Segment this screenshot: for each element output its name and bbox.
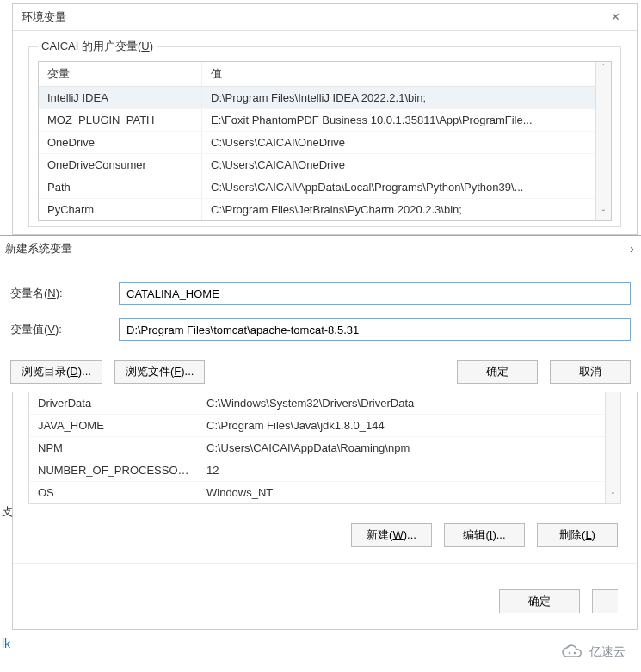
cell-val: C:\Users\CAICAI\OneDrive — [202, 154, 595, 176]
cell-val: Windows_NT — [198, 482, 605, 503]
var-value-input[interactable] — [119, 318, 631, 341]
cell-var: PyCharm — [39, 199, 202, 220]
table-row[interactable]: MOZ_PLUGIN_PATH E:\Foxit PhantomPDF Busi… — [39, 109, 595, 132]
scroll-down-icon[interactable]: ˇ — [612, 490, 614, 503]
cell-val: D:\Program Files\IntelliJ IDEA 2022.2.1\… — [202, 87, 595, 108]
cell-var: Path — [39, 176, 202, 198]
row-var-value: 变量值(V): — [0, 308, 641, 344]
env-vars-window: 环境变量 × CAICAI 的用户变量(U) 变量 值 IntelliJ IDE… — [12, 3, 638, 235]
col-header-variable[interactable]: 变量 — [39, 62, 202, 86]
titlebar: 环境变量 × — [13, 4, 637, 31]
cell-var: MOZ_PLUGIN_PATH — [39, 109, 202, 131]
cell-val: C:\Program Files\Java\jdk1.8.0_144 — [198, 415, 605, 436]
cell-var: DriverData — [29, 392, 198, 414]
dialog-button-row: 浏览目录(D)... 浏览文件(F)... 确定 取消 — [0, 344, 641, 392]
scroll-down-icon[interactable]: ˇ — [602, 207, 605, 220]
table-row[interactable]: NUMBER_OF_PROCESSORS 12 — [29, 459, 605, 482]
table-row[interactable]: OneDrive C:\Users\CAICAI\OneDrive — [39, 132, 595, 154]
cell-val: C:\Windows\System32\Drivers\DriverData — [198, 392, 605, 414]
user-vars-fieldset: CAICAI 的用户变量(U) 变量 值 IntelliJ IDEA D:\Pr… — [28, 46, 621, 227]
table-header: 变量 值 — [39, 62, 595, 87]
chevron-right-icon[interactable]: › — [630, 242, 634, 256]
cell-var: JAVA_HOME — [29, 415, 198, 436]
cell-val: C:\Users\CAICAI\OneDrive — [202, 132, 595, 153]
table-row[interactable]: IntelliJ IDEA D:\Program Files\IntelliJ … — [39, 87, 595, 109]
ok-button[interactable]: 确定 — [457, 360, 538, 384]
final-partial-button[interactable] — [592, 589, 618, 613]
dialog-title: 新建系统变量 — [5, 241, 72, 256]
label-var-value: 变量值(V): — [10, 322, 119, 337]
cell-val: C:\Program Files\JetBrains\PyCharm 2020.… — [202, 199, 595, 220]
table-row[interactable]: OneDriveConsumer C:\Users\CAICAI\OneDriv… — [39, 154, 595, 176]
cell-var: IntelliJ IDEA — [39, 87, 202, 108]
var-name-input[interactable] — [119, 282, 631, 305]
dialog-titlebar: 新建系统变量 › — [0, 236, 641, 260]
system-vars-table[interactable]: DriverData C:\Windows\System32\Drivers\D… — [28, 392, 621, 504]
browse-file-button[interactable]: 浏览文件(F)... — [114, 360, 205, 384]
cancel-button[interactable]: 取消 — [550, 360, 631, 384]
cell-var: OneDrive — [39, 132, 202, 153]
delete-button[interactable]: 删除(L) — [537, 523, 618, 547]
cell-val: 12 — [198, 459, 605, 481]
table-row[interactable]: Path C:\Users\CAICAI\AppData\Local\Progr… — [39, 176, 595, 199]
cell-var: NPM — [29, 437, 198, 459]
close-icon[interactable]: × — [603, 9, 628, 25]
cell-var: OneDriveConsumer — [39, 154, 202, 176]
label-var-name: 变量名(N): — [10, 286, 119, 301]
new-button[interactable]: 新建(W)... — [351, 523, 432, 547]
user-vars-legend: CAICAI 的用户变量(U) — [38, 39, 157, 54]
cell-val: C:\Users\CAICAI\AppData\Local\Programs\P… — [202, 176, 595, 198]
table-row[interactable]: JAVA_HOME C:\Program Files\Java\jdk1.8.0… — [29, 415, 605, 437]
table-row[interactable]: DriverData C:\Windows\System32\Drivers\D… — [29, 392, 605, 415]
side-fragment: 攴 — [2, 504, 13, 520]
cell-var: NUMBER_OF_PROCESSORS — [29, 459, 198, 481]
table-row[interactable]: NPM C:\Users\CAICAI\AppData\Roaming\npm — [29, 437, 605, 459]
window-title: 环境变量 — [22, 9, 66, 25]
final-buttons: 确定 — [13, 563, 637, 626]
cell-var: OS — [29, 482, 198, 503]
table-row[interactable]: PyCharm C:\Program Files\JetBrains\PyCha… — [39, 199, 595, 220]
cell-val: C:\Users\CAICAI\AppData\Roaming\npm — [198, 437, 605, 459]
scrollbar[interactable]: ˇ — [605, 392, 620, 503]
browse-dir-button[interactable]: 浏览目录(D)... — [10, 360, 102, 384]
col-header-value[interactable]: 值 — [202, 62, 595, 86]
row-var-name: 变量名(N): — [0, 275, 641, 308]
scrollbar[interactable]: ˆ ˇ — [595, 62, 611, 220]
cell-val: E:\Foxit PhantomPDF Business 10.0.1.3581… — [202, 109, 595, 131]
new-system-var-dialog: 新建系统变量 › 变量名(N): 变量值(V): 浏览目录(D)... 浏览文件… — [0, 235, 641, 392]
user-vars-table[interactable]: 变量 值 IntelliJ IDEA D:\Program Files\Inte… — [38, 61, 612, 221]
scroll-up-icon[interactable]: ˆ — [602, 62, 605, 75]
table-row[interactable]: OS Windows_NT — [29, 482, 605, 503]
system-vars-buttons: 新建(W)... 编辑(I)... 删除(L) — [13, 504, 637, 556]
final-ok-button[interactable]: 确定 — [499, 589, 580, 613]
edit-button[interactable]: 编辑(I)... — [444, 523, 525, 547]
